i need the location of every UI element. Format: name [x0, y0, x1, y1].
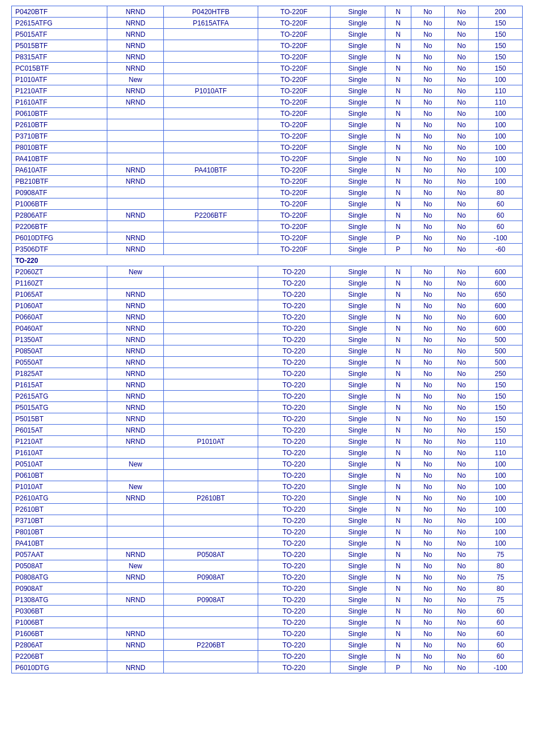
table-cell: TO-220: [258, 628, 330, 640]
table-cell: [164, 187, 258, 198]
table-row: P2206BTFTO-220FSingleNNoNo60: [12, 221, 523, 232]
table-cell: Single: [330, 481, 385, 493]
table-cell: No: [411, 300, 445, 312]
table-cell: Single: [330, 357, 385, 368]
table-cell: TO-220: [258, 662, 330, 673]
table-cell: N: [385, 447, 411, 459]
table-cell: 110: [479, 436, 523, 447]
table-cell: No: [411, 85, 445, 97]
table-cell: N: [385, 51, 411, 63]
table-cell: [107, 108, 164, 119]
table-cell: TO-220F: [258, 74, 330, 85]
table-cell: N: [385, 515, 411, 526]
table-cell: [164, 504, 258, 515]
table-cell: P1006BTF: [12, 198, 107, 210]
main-container: P0420BTFNRNDP0420HTFBTO-220FSingleNNoNo2…: [0, 0, 534, 679]
table-cell: P: [385, 244, 411, 255]
table-cell: NRND: [107, 368, 164, 379]
table-cell: TO-220F: [258, 165, 330, 176]
table-cell: TO-220: [258, 470, 330, 481]
table-cell: 500: [479, 334, 523, 345]
table-row: P3710BTTO-220SingleNNoNo100: [12, 515, 523, 526]
table-cell: No: [445, 244, 479, 255]
table-cell: 100: [479, 526, 523, 538]
table-cell: No: [445, 413, 479, 425]
table-cell: [107, 278, 164, 289]
table-cell: [164, 323, 258, 334]
table-cell: [164, 108, 258, 119]
table-cell: 150: [479, 379, 523, 391]
table-cell: N: [385, 18, 411, 29]
table-cell: 110: [479, 447, 523, 459]
table-cell: 100: [479, 538, 523, 549]
table-cell: No: [445, 198, 479, 210]
table-row: P1606BTNRNDTO-220SingleNNoNo60: [12, 628, 523, 640]
table-cell: 600: [479, 300, 523, 312]
table-row: P1006BTTO-220SingleNNoNo60: [12, 617, 523, 628]
table-cell: TO-220F: [258, 232, 330, 244]
table-cell: P1825AT: [12, 368, 107, 379]
table-cell: TO-220: [258, 594, 330, 606]
table-cell: No: [445, 391, 479, 402]
table-cell: N: [385, 436, 411, 447]
table-cell: Single: [330, 289, 385, 300]
table-cell: Single: [330, 244, 385, 255]
table-cell: PC015BTF: [12, 63, 107, 74]
table-cell: P1615AT: [12, 379, 107, 391]
table-row: PA610ATFNRNDPA410BTFTO-220FSingleNNoNo10…: [12, 165, 523, 176]
table-cell: N: [385, 583, 411, 594]
table-cell: TO-220: [258, 447, 330, 459]
table-cell: P6010DTFG: [12, 232, 107, 244]
table-cell: No: [445, 606, 479, 617]
table-cell: NRND: [107, 357, 164, 368]
table-cell: 600: [479, 323, 523, 334]
table-cell: No: [411, 651, 445, 662]
table-cell: P0908AT: [12, 583, 107, 594]
table-cell: P2206BT: [12, 651, 107, 662]
table-cell: No: [411, 131, 445, 142]
table-cell: [164, 142, 258, 153]
table-cell: No: [411, 323, 445, 334]
table-cell: Single: [330, 391, 385, 402]
table-cell: [164, 459, 258, 470]
table-cell: No: [411, 345, 445, 357]
table-cell: No: [445, 232, 479, 244]
table-cell: P5015BT: [12, 413, 107, 425]
table-cell: 600: [479, 266, 523, 278]
table-cell: [107, 131, 164, 142]
table-cell: No: [411, 560, 445, 572]
table-cell: P2610BT: [12, 504, 107, 515]
table-cell: TO-220: [258, 549, 330, 560]
table-cell: N: [385, 651, 411, 662]
table-cell: [164, 221, 258, 232]
table-cell: NRND: [107, 391, 164, 402]
table-cell: No: [411, 538, 445, 549]
table-cell: TO-220: [258, 289, 330, 300]
table-cell: No: [411, 278, 445, 289]
table-cell: [164, 63, 258, 74]
table-cell: [164, 662, 258, 673]
table-cell: [164, 266, 258, 278]
table-cell: [164, 74, 258, 85]
table-cell: [164, 583, 258, 594]
table-cell: No: [411, 628, 445, 640]
table-cell: TO-220: [258, 617, 330, 628]
table-cell: NRND: [107, 97, 164, 108]
table-cell: P0420BTF: [12, 6, 107, 18]
table-cell: [107, 142, 164, 153]
table-cell: N: [385, 470, 411, 481]
table-cell: Single: [330, 504, 385, 515]
table-cell: Single: [330, 538, 385, 549]
table-cell: TO-220: [258, 402, 330, 413]
table-cell: NRND: [107, 572, 164, 583]
table-cell: No: [445, 357, 479, 368]
table-cell: New: [107, 560, 164, 572]
table-cell: TO-220F: [258, 210, 330, 221]
table-row: P1308ATGNRNDP0908ATTO-220SingleNNoNo75: [12, 594, 523, 606]
table-cell: TO-220: [258, 459, 330, 470]
table-cell: Single: [330, 662, 385, 673]
table-cell: P0808ATG: [12, 572, 107, 583]
table-cell: P057AAT: [12, 549, 107, 560]
table-cell: Single: [330, 266, 385, 278]
table-cell: NRND: [107, 662, 164, 673]
